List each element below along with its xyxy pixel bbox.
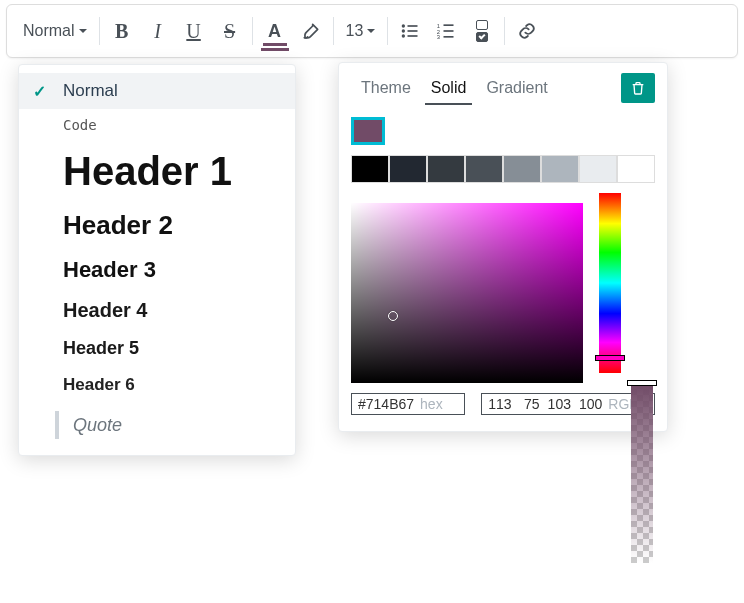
italic-button[interactable]: I xyxy=(140,11,176,51)
checklist-icon xyxy=(476,20,488,42)
preset-swatch-row xyxy=(351,155,655,183)
sv-cursor[interactable] xyxy=(388,311,398,321)
rgba-input[interactable]: 113 75 103100 RGBA xyxy=(481,393,655,415)
svg-point-4 xyxy=(402,34,405,37)
color-inputs: #714B67 hex 113 75 103100 RGBA xyxy=(351,393,655,415)
style-option-label: Header 1 xyxy=(63,149,232,194)
preset-swatch[interactable] xyxy=(579,155,617,183)
paragraph-style-button[interactable]: Normal xyxy=(15,11,95,51)
tab-label: Solid xyxy=(431,79,467,96)
style-option-header-5[interactable]: Header 5 xyxy=(19,330,295,367)
style-option-label: Header 4 xyxy=(63,299,148,322)
tab-label: Gradient xyxy=(486,79,547,96)
svg-rect-5 xyxy=(408,35,418,37)
active-indicator xyxy=(261,48,289,51)
color-sliders-area xyxy=(351,193,655,383)
rgba-g: 75 xyxy=(520,396,540,412)
color-picker-panel: Theme Solid Gradient #714B67 hex xyxy=(338,62,668,432)
svg-rect-3 xyxy=(408,30,418,32)
bold-button[interactable]: B xyxy=(104,11,140,51)
tab-gradient[interactable]: Gradient xyxy=(476,73,557,103)
caret-down-icon xyxy=(367,29,375,37)
style-option-normal[interactable]: ✓ Normal xyxy=(19,73,295,109)
svg-point-2 xyxy=(402,29,405,32)
paragraph-style-dropdown: ✓ Normal Code Header 1 Header 2 Header 3… xyxy=(18,64,296,456)
separator xyxy=(333,17,334,45)
preset-swatch[interactable] xyxy=(351,155,389,183)
link-button[interactable] xyxy=(509,11,545,51)
preset-swatch[interactable] xyxy=(541,155,579,183)
tab-solid[interactable]: Solid xyxy=(421,73,477,103)
alpha-thumb[interactable] xyxy=(627,380,657,386)
paintbrush-icon xyxy=(301,21,321,41)
underline-icon: U xyxy=(186,20,200,43)
style-option-label: Header 6 xyxy=(63,375,135,395)
style-option-label: Quote xyxy=(73,415,122,436)
rgba-a: 100 xyxy=(579,396,602,412)
rgba-values: 113 75 103100 xyxy=(488,396,602,412)
font-size-value: 13 xyxy=(346,22,364,40)
saturation-value-area[interactable] xyxy=(351,203,583,383)
font-size-button[interactable]: 13 xyxy=(338,11,384,51)
style-option-label: Normal xyxy=(63,81,118,101)
color-picker-tabs: Theme Solid Gradient xyxy=(351,73,655,103)
hex-value: #714B67 xyxy=(358,396,414,412)
style-option-label: Header 3 xyxy=(63,257,156,283)
preset-swatch[interactable] xyxy=(617,155,655,183)
selected-color-swatch[interactable] xyxy=(351,117,385,145)
background-color-button[interactable] xyxy=(293,11,329,51)
clear-color-button[interactable] xyxy=(621,73,655,103)
style-option-header-1[interactable]: Header 1 xyxy=(19,141,295,202)
rgba-r: 113 xyxy=(488,396,511,412)
link-icon xyxy=(517,21,537,41)
hue-slider[interactable] xyxy=(599,193,621,373)
strikethrough-button[interactable]: S xyxy=(212,11,248,51)
style-option-header-3[interactable]: Header 3 xyxy=(19,249,295,291)
paragraph-style-label: Normal xyxy=(23,22,75,40)
style-option-header-4[interactable]: Header 4 xyxy=(19,291,295,330)
preset-swatch[interactable] xyxy=(389,155,427,183)
alpha-slider[interactable] xyxy=(631,383,653,563)
style-option-label: Header 5 xyxy=(63,338,139,359)
preset-swatch[interactable] xyxy=(503,155,541,183)
numbered-list-button[interactable]: 123 xyxy=(428,11,464,51)
svg-rect-9 xyxy=(444,30,454,32)
separator xyxy=(99,17,100,45)
style-option-quote[interactable]: Quote xyxy=(19,403,295,447)
checklist-button[interactable] xyxy=(464,11,500,51)
preset-swatch[interactable] xyxy=(465,155,503,183)
svg-rect-7 xyxy=(444,24,454,26)
svg-rect-11 xyxy=(444,36,454,38)
selected-color-fill xyxy=(354,120,382,142)
font-color-button[interactable]: A xyxy=(257,11,293,51)
numbered-list-icon: 123 xyxy=(436,21,456,41)
separator xyxy=(504,17,505,45)
separator xyxy=(387,17,388,45)
underline-button[interactable]: U xyxy=(176,11,212,51)
style-option-header-6[interactable]: Header 6 xyxy=(19,367,295,403)
hue-thumb[interactable] xyxy=(595,355,625,361)
style-option-label: Code xyxy=(63,117,97,133)
font-color-icon: A xyxy=(268,21,281,42)
strikethrough-icon: S xyxy=(224,20,235,43)
separator xyxy=(252,17,253,45)
trash-icon xyxy=(630,80,646,96)
preset-swatch[interactable] xyxy=(427,155,465,183)
rgba-b: 103 xyxy=(548,396,571,412)
svg-rect-1 xyxy=(408,25,418,27)
hex-input[interactable]: #714B67 hex xyxy=(351,393,465,415)
style-option-header-2[interactable]: Header 2 xyxy=(19,202,295,249)
hex-suffix: hex xyxy=(420,396,443,412)
caret-down-icon xyxy=(79,29,87,37)
tab-label: Theme xyxy=(361,79,411,96)
bullet-list-button[interactable] xyxy=(392,11,428,51)
tab-theme[interactable]: Theme xyxy=(351,73,421,103)
style-option-code[interactable]: Code xyxy=(19,109,295,141)
style-option-label: Header 2 xyxy=(63,210,173,241)
svg-text:3: 3 xyxy=(437,34,440,40)
quote-bar-icon xyxy=(55,411,59,439)
font-color-swatch xyxy=(263,43,287,46)
bold-icon: B xyxy=(115,20,128,43)
italic-icon: I xyxy=(154,20,161,43)
check-icon: ✓ xyxy=(33,82,46,101)
